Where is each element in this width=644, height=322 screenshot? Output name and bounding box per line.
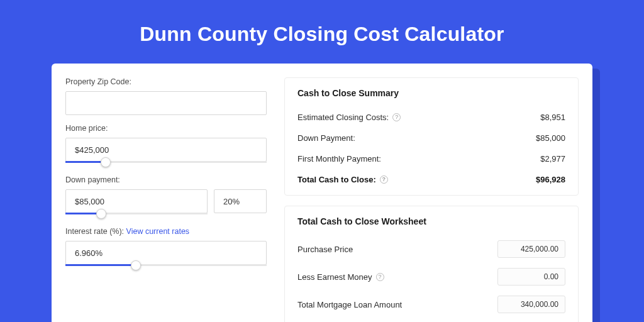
summary-label-first-monthly: First Monthly Payment: bbox=[297, 154, 381, 164]
down-payment-amount-wrap bbox=[65, 189, 208, 213]
summary-value-total: $96,928 bbox=[536, 175, 565, 184]
worksheet-input-earnest-money[interactable] bbox=[497, 268, 565, 286]
worksheet-row-purchase-price: Purchase Price bbox=[297, 235, 565, 263]
help-icon[interactable]: ? bbox=[376, 273, 384, 281]
interest-rate-slider-fill bbox=[65, 264, 136, 266]
worksheet-input-mortgage-loan[interactable] bbox=[497, 296, 565, 313]
summary-label-closing-costs: Estimated Closing Costs: bbox=[297, 113, 389, 122]
summary-title: Cash to Close Summary bbox=[297, 88, 565, 98]
summary-row-closing-costs: Estimated Closing Costs: ? $8,951 bbox=[297, 107, 565, 128]
worksheet-label-mortgage-loan: Total Mortgage Loan Amount bbox=[297, 300, 402, 309]
interest-rate-input[interactable] bbox=[65, 241, 267, 265]
home-price-label: Home price: bbox=[65, 124, 267, 133]
worksheet-panel: Total Cash to Close Worksheet Purchase P… bbox=[284, 206, 579, 322]
worksheet-label-earnest-money: Less Earnest Money bbox=[297, 272, 372, 282]
down-payment-field-group: Down payment: bbox=[65, 175, 267, 213]
calculator-card: Property Zip Code: Home price: Down paym… bbox=[52, 64, 592, 322]
inputs-column: Property Zip Code: Home price: Down paym… bbox=[65, 77, 267, 322]
down-payment-amount-input[interactable] bbox=[65, 189, 208, 213]
zip-input[interactable] bbox=[65, 91, 267, 115]
down-payment-row bbox=[65, 189, 267, 213]
home-price-input[interactable] bbox=[65, 138, 267, 162]
home-price-slider-fill bbox=[65, 161, 106, 163]
summary-panel: Cash to Close Summary Estimated Closing … bbox=[284, 77, 579, 196]
calculator-card-wrap: Property Zip Code: Home price: Down paym… bbox=[52, 64, 592, 322]
worksheet-row-second-mortgage: Total Second Mortgage Amount bbox=[297, 318, 565, 322]
interest-rate-field-group: Interest rate (%): View current rates bbox=[65, 227, 267, 265]
home-price-input-wrap bbox=[65, 138, 267, 162]
results-column: Cash to Close Summary Estimated Closing … bbox=[284, 77, 579, 322]
summary-value-down-payment: $85,000 bbox=[536, 133, 565, 143]
worksheet-label-purchase-price: Purchase Price bbox=[297, 245, 353, 254]
help-icon[interactable]: ? bbox=[392, 113, 401, 121]
view-current-rates-link[interactable]: View current rates bbox=[126, 227, 190, 236]
summary-label-down-payment: Down Payment: bbox=[297, 133, 355, 143]
zip-label: Property Zip Code: bbox=[65, 77, 267, 86]
down-payment-label: Down payment: bbox=[65, 175, 267, 184]
worksheet-title: Total Cash to Close Worksheet bbox=[297, 216, 565, 226]
home-price-field-group: Home price: bbox=[65, 124, 267, 162]
worksheet-row-earnest-money: Less Earnest Money ? bbox=[297, 263, 565, 291]
interest-rate-label-wrap: Interest rate (%): View current rates bbox=[65, 227, 267, 236]
worksheet-row-mortgage-loan: Total Mortgage Loan Amount bbox=[297, 291, 565, 318]
summary-value-closing-costs: $8,951 bbox=[540, 113, 565, 122]
down-payment-slider-thumb[interactable] bbox=[96, 209, 106, 219]
zip-field-group: Property Zip Code: bbox=[65, 77, 267, 115]
summary-value-first-monthly: $2,977 bbox=[540, 154, 565, 164]
interest-rate-label: Interest rate (%): bbox=[65, 227, 124, 236]
summary-row-first-monthly: First Monthly Payment: $2,977 bbox=[297, 148, 565, 169]
page-title: Dunn County Closing Cost Calculator bbox=[0, 0, 644, 64]
down-payment-pct-input[interactable] bbox=[214, 189, 267, 213]
summary-row-down-payment: Down Payment: $85,000 bbox=[297, 128, 565, 148]
summary-row-total: Total Cash to Close: ? $96,928 bbox=[297, 169, 565, 190]
summary-label-total: Total Cash to Close: bbox=[297, 175, 376, 184]
interest-rate-input-wrap bbox=[65, 241, 267, 265]
interest-rate-slider-thumb[interactable] bbox=[131, 260, 141, 270]
help-icon[interactable]: ? bbox=[380, 175, 388, 184]
worksheet-input-purchase-price[interactable] bbox=[497, 240, 565, 258]
home-price-slider-thumb[interactable] bbox=[101, 157, 111, 167]
